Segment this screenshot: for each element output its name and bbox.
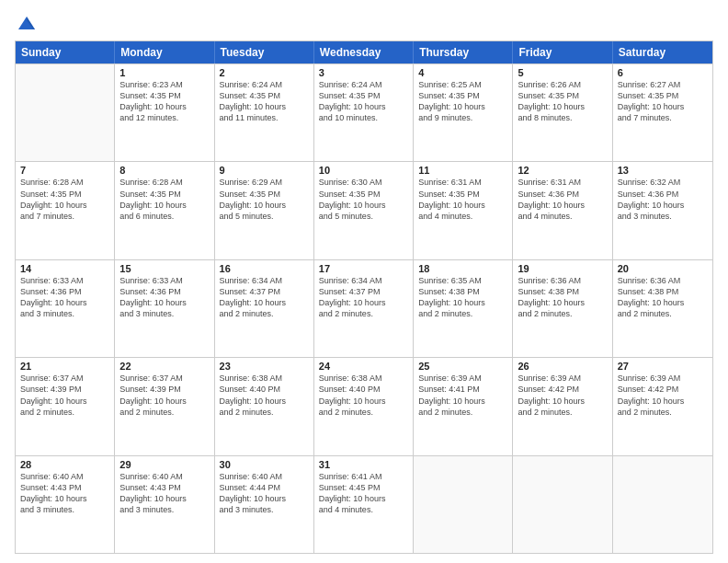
day-number: 16 <box>220 263 309 274</box>
day-info: Sunrise: 6:24 AM Sunset: 4:35 PM Dayligh… <box>220 79 309 124</box>
day-number: 26 <box>518 361 607 372</box>
cal-header-cell: Wednesday <box>314 41 414 63</box>
cal-week: 21Sunrise: 6:37 AM Sunset: 4:39 PM Dayli… <box>16 357 712 454</box>
cal-cell: 21Sunrise: 6:37 AM Sunset: 4:39 PM Dayli… <box>16 358 115 454</box>
cal-cell: 8Sunrise: 6:28 AM Sunset: 4:35 PM Daylig… <box>115 162 214 259</box>
day-info: Sunrise: 6:37 AM Sunset: 4:39 PM Dayligh… <box>119 373 209 418</box>
day-number: 20 <box>618 263 708 274</box>
day-info: Sunrise: 6:24 AM Sunset: 4:35 PM Dayligh… <box>319 79 408 124</box>
day-number: 31 <box>319 459 408 470</box>
logo <box>15 13 37 33</box>
cal-cell: 27Sunrise: 6:39 AM Sunset: 4:42 PM Dayli… <box>613 358 712 454</box>
header <box>15 13 713 33</box>
cal-cell <box>16 64 115 161</box>
calendar-body: 1Sunrise: 6:23 AM Sunset: 4:35 PM Daylig… <box>16 63 712 553</box>
cal-cell: 22Sunrise: 6:37 AM Sunset: 4:39 PM Dayli… <box>115 358 214 454</box>
day-number: 12 <box>518 165 607 176</box>
day-info: Sunrise: 6:30 AM Sunset: 4:35 PM Dayligh… <box>319 177 408 222</box>
day-number: 14 <box>20 263 109 274</box>
cal-cell: 9Sunrise: 6:29 AM Sunset: 4:35 PM Daylig… <box>215 162 314 259</box>
cal-cell: 12Sunrise: 6:31 AM Sunset: 4:36 PM Dayli… <box>513 162 612 259</box>
day-info: Sunrise: 6:39 AM Sunset: 4:42 PM Dayligh… <box>618 373 708 418</box>
cal-cell: 5Sunrise: 6:26 AM Sunset: 4:35 PM Daylig… <box>513 64 612 161</box>
day-number: 13 <box>618 165 708 176</box>
cal-cell: 14Sunrise: 6:33 AM Sunset: 4:36 PM Dayli… <box>16 260 115 357</box>
cal-week: 1Sunrise: 6:23 AM Sunset: 4:35 PM Daylig… <box>16 63 712 161</box>
day-info: Sunrise: 6:37 AM Sunset: 4:39 PM Dayligh… <box>20 373 109 418</box>
cal-week: 28Sunrise: 6:40 AM Sunset: 4:43 PM Dayli… <box>16 455 712 553</box>
day-number: 1 <box>119 67 209 78</box>
day-number: 22 <box>119 361 209 372</box>
calendar: SundayMondayTuesdayWednesdayThursdayFrid… <box>15 40 713 554</box>
day-info: Sunrise: 6:26 AM Sunset: 4:35 PM Dayligh… <box>518 79 607 124</box>
day-number: 15 <box>119 263 209 274</box>
day-info: Sunrise: 6:40 AM Sunset: 4:44 PM Dayligh… <box>220 471 309 516</box>
day-number: 23 <box>220 361 309 372</box>
day-info: Sunrise: 6:31 AM Sunset: 4:36 PM Dayligh… <box>518 177 607 222</box>
day-number: 27 <box>618 361 708 372</box>
cal-header-cell: Friday <box>513 41 612 63</box>
day-number: 21 <box>20 361 109 372</box>
cal-cell: 29Sunrise: 6:40 AM Sunset: 4:43 PM Dayli… <box>115 456 214 553</box>
day-number: 6 <box>618 67 708 78</box>
day-info: Sunrise: 6:27 AM Sunset: 4:35 PM Dayligh… <box>618 79 708 124</box>
cal-cell <box>613 456 712 553</box>
day-number: 8 <box>119 165 209 176</box>
cal-cell: 15Sunrise: 6:33 AM Sunset: 4:36 PM Dayli… <box>115 260 214 357</box>
day-info: Sunrise: 6:23 AM Sunset: 4:35 PM Dayligh… <box>119 79 209 124</box>
day-number: 4 <box>418 67 507 78</box>
cal-cell: 26Sunrise: 6:39 AM Sunset: 4:42 PM Dayli… <box>513 358 612 454</box>
cal-cell: 19Sunrise: 6:36 AM Sunset: 4:38 PM Dayli… <box>513 260 612 357</box>
day-info: Sunrise: 6:41 AM Sunset: 4:45 PM Dayligh… <box>319 471 408 516</box>
day-number: 2 <box>220 67 309 78</box>
page: SundayMondayTuesdayWednesdayThursdayFrid… <box>0 0 728 563</box>
cal-cell: 3Sunrise: 6:24 AM Sunset: 4:35 PM Daylig… <box>314 64 414 161</box>
logo-icon <box>17 13 37 33</box>
day-info: Sunrise: 6:34 AM Sunset: 4:37 PM Dayligh… <box>220 275 309 320</box>
day-number: 5 <box>518 67 607 78</box>
cal-cell <box>414 456 513 553</box>
cal-cell: 20Sunrise: 6:36 AM Sunset: 4:38 PM Dayli… <box>613 260 712 357</box>
day-number: 29 <box>119 459 209 470</box>
cal-cell: 24Sunrise: 6:38 AM Sunset: 4:40 PM Dayli… <box>314 358 414 454</box>
day-info: Sunrise: 6:40 AM Sunset: 4:43 PM Dayligh… <box>119 471 209 516</box>
cal-cell: 11Sunrise: 6:31 AM Sunset: 4:35 PM Dayli… <box>414 162 513 259</box>
day-number: 18 <box>418 263 507 274</box>
cal-header-cell: Tuesday <box>215 41 314 63</box>
day-info: Sunrise: 6:36 AM Sunset: 4:38 PM Dayligh… <box>518 275 607 320</box>
day-number: 10 <box>319 165 408 176</box>
cal-header-cell: Monday <box>115 41 214 63</box>
day-info: Sunrise: 6:40 AM Sunset: 4:43 PM Dayligh… <box>20 471 109 516</box>
day-number: 19 <box>518 263 607 274</box>
day-number: 25 <box>418 361 507 372</box>
cal-cell: 16Sunrise: 6:34 AM Sunset: 4:37 PM Dayli… <box>215 260 314 357</box>
cal-cell: 28Sunrise: 6:40 AM Sunset: 4:43 PM Dayli… <box>16 456 115 553</box>
day-info: Sunrise: 6:28 AM Sunset: 4:35 PM Dayligh… <box>119 177 209 222</box>
calendar-header-row: SundayMondayTuesdayWednesdayThursdayFrid… <box>16 41 712 63</box>
day-info: Sunrise: 6:35 AM Sunset: 4:38 PM Dayligh… <box>418 275 507 320</box>
day-number: 24 <box>319 361 408 372</box>
day-number: 7 <box>20 165 109 176</box>
cal-cell: 13Sunrise: 6:32 AM Sunset: 4:36 PM Dayli… <box>613 162 712 259</box>
day-info: Sunrise: 6:29 AM Sunset: 4:35 PM Dayligh… <box>220 177 309 222</box>
cal-week: 7Sunrise: 6:28 AM Sunset: 4:35 PM Daylig… <box>16 161 712 259</box>
day-info: Sunrise: 6:39 AM Sunset: 4:42 PM Dayligh… <box>518 373 607 418</box>
day-info: Sunrise: 6:28 AM Sunset: 4:35 PM Dayligh… <box>20 177 109 222</box>
day-info: Sunrise: 6:25 AM Sunset: 4:35 PM Dayligh… <box>418 79 507 124</box>
day-number: 28 <box>20 459 109 470</box>
day-number: 17 <box>319 263 408 274</box>
day-number: 11 <box>418 165 507 176</box>
cal-cell: 30Sunrise: 6:40 AM Sunset: 4:44 PM Dayli… <box>215 456 314 553</box>
day-info: Sunrise: 6:33 AM Sunset: 4:36 PM Dayligh… <box>20 275 109 320</box>
cal-cell: 7Sunrise: 6:28 AM Sunset: 4:35 PM Daylig… <box>16 162 115 259</box>
cal-cell: 1Sunrise: 6:23 AM Sunset: 4:35 PM Daylig… <box>115 64 214 161</box>
day-info: Sunrise: 6:38 AM Sunset: 4:40 PM Dayligh… <box>220 373 309 418</box>
cal-header-cell: Saturday <box>613 41 712 63</box>
day-number: 3 <box>319 67 408 78</box>
cal-cell: 2Sunrise: 6:24 AM Sunset: 4:35 PM Daylig… <box>215 64 314 161</box>
day-info: Sunrise: 6:31 AM Sunset: 4:35 PM Dayligh… <box>418 177 507 222</box>
cal-cell: 10Sunrise: 6:30 AM Sunset: 4:35 PM Dayli… <box>314 162 414 259</box>
cal-cell: 17Sunrise: 6:34 AM Sunset: 4:37 PM Dayli… <box>314 260 414 357</box>
day-info: Sunrise: 6:32 AM Sunset: 4:36 PM Dayligh… <box>618 177 708 222</box>
day-info: Sunrise: 6:39 AM Sunset: 4:41 PM Dayligh… <box>418 373 507 418</box>
